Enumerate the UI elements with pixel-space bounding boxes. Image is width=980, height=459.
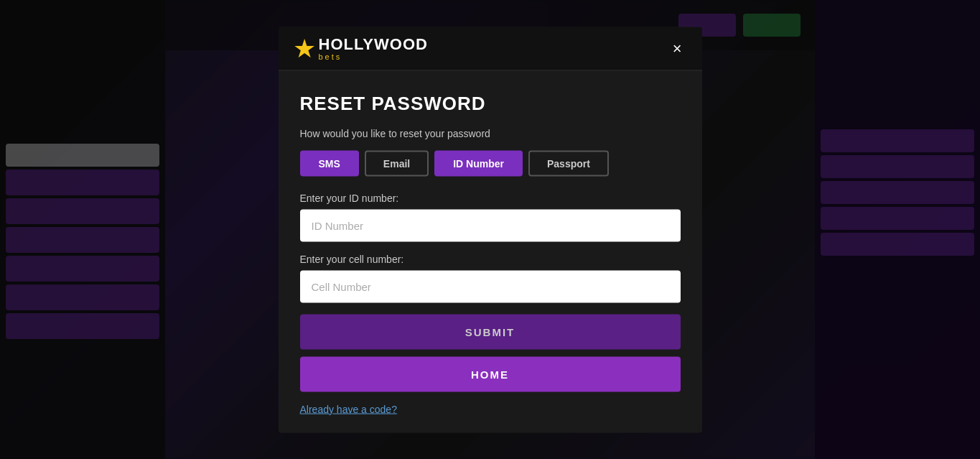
modal-title: RESET PASSWORD [300,92,681,114]
already-have-code-link[interactable]: Already have a code? [300,403,681,414]
submit-button[interactable]: SUBMIT [300,314,681,349]
modal-subtitle: How would you like to reset your passwor… [300,127,681,139]
logo-text: HOLLYWOOD bets [319,36,428,60]
id-number-option-button[interactable]: ID Number [434,150,523,176]
modal-body: RESET PASSWORD How would you like to res… [279,70,702,432]
cell-number-input[interactable] [300,270,681,302]
close-button[interactable]: × [667,37,688,59]
id-number-input[interactable] [300,209,681,241]
reset-password-modal: ★ HOLLYWOOD bets × RESET PASSWORD How wo… [279,27,702,432]
passport-option-button[interactable]: Passport [528,150,609,176]
email-option-button[interactable]: Email [365,150,429,176]
sms-option-button[interactable]: SMS [300,150,359,176]
logo: ★ HOLLYWOOD bets [293,35,428,61]
cell-number-field-group: Enter your cell number: [300,253,681,302]
id-number-label: Enter your ID number: [300,192,681,203]
logo-star-icon: ★ [293,35,316,61]
id-number-field-group: Enter your ID number: [300,192,681,241]
cell-number-label: Enter your cell number: [300,253,681,264]
logo-bets-text: bets [319,52,428,60]
modal-header: ★ HOLLYWOOD bets × [279,27,702,70]
home-button[interactable]: HOME [300,356,681,391]
reset-options: SMS Email ID Number Passport [300,150,681,176]
logo-hollywood-text: HOLLYWOOD [319,36,428,52]
